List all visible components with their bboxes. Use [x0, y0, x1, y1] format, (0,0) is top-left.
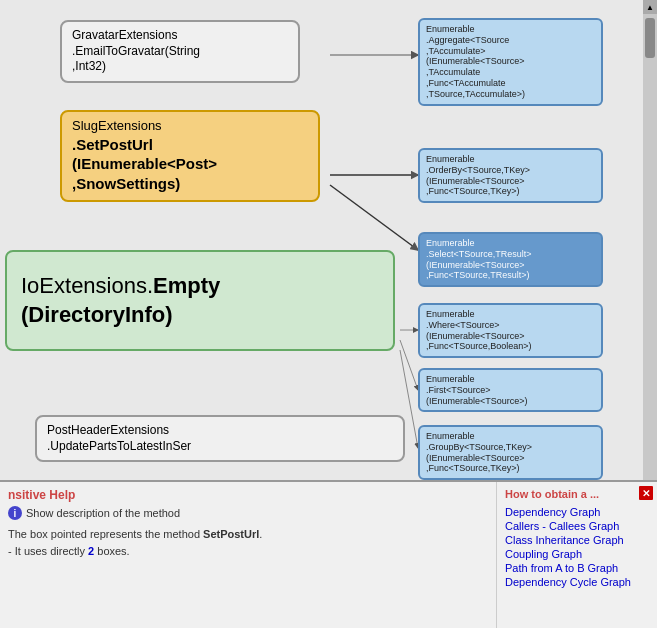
right-node-r3[interactable]: Enumerable .Select<TSource,TResult> (IEn…	[418, 232, 603, 287]
right-node-r4[interactable]: Enumerable .Where<TSource> (IEnumerable<…	[418, 303, 603, 358]
how-to-obtain-title: How to obtain a ...	[505, 488, 649, 500]
help-title: nsitive Help	[8, 488, 488, 502]
boxes-text: boxes.	[94, 545, 129, 557]
slug-line1: SlugExtensions	[72, 118, 162, 133]
help-info-row: i Show description of the method	[8, 506, 488, 520]
right-node-r6[interactable]: Enumerable .GroupBy<TSource,TKey> (IEnum…	[418, 425, 603, 480]
post-line2: .UpdatePartsToLatestInSer	[47, 439, 191, 453]
link-callers-callees[interactable]: Callers - Callees Graph	[505, 520, 649, 532]
post-node[interactable]: PostHeaderExtensions .UpdatePartsToLates…	[35, 415, 405, 462]
scroll-up[interactable]: ▲	[643, 0, 657, 14]
gravatar-line3: ,Int32)	[72, 59, 106, 73]
link-class-inheritance[interactable]: Class Inheritance Graph	[505, 534, 649, 546]
link-dependency-graph[interactable]: Dependency Graph	[505, 506, 649, 518]
body-text1: The box pointed represents the method	[8, 528, 203, 540]
info-icon: i	[8, 506, 22, 520]
svg-line-4	[400, 340, 418, 390]
io-line3: (DirectoryInfo)	[21, 302, 173, 327]
close-button[interactable]: ✕	[639, 486, 653, 500]
info-label: Show description of the method	[26, 507, 180, 519]
slug-line3: (IEnumerable<Post>	[72, 155, 217, 172]
gravatar-line2: .EmailToGravatar(String	[72, 44, 200, 58]
slug-node[interactable]: SlugExtensions .SetPostUrl (IEnumerable<…	[60, 110, 320, 202]
graph-area: GravatarExtensions .EmailToGravatar(Stri…	[0, 0, 657, 480]
right-node-r5[interactable]: Enumerable .First<TSource> (IEnumerable<…	[418, 368, 603, 412]
right-node-r2[interactable]: Enumerable .OrderBy<TSource,TKey> (IEnum…	[418, 148, 603, 203]
method-name: SetPostUrl	[203, 528, 259, 540]
io-node[interactable]: IoExtensions.Empty (DirectoryInfo)	[5, 250, 395, 351]
bottom-panel: nsitive Help i Show description of the m…	[0, 480, 657, 628]
scroll-thumb[interactable]	[645, 18, 655, 58]
link-coupling[interactable]: Coupling Graph	[505, 548, 649, 560]
gravatar-node[interactable]: GravatarExtensions .EmailToGravatar(Stri…	[60, 20, 300, 83]
right-panel: ✕ How to obtain a ... Dependency Graph C…	[497, 482, 657, 628]
link-dependency-cycle[interactable]: Dependency Cycle Graph	[505, 576, 649, 588]
slug-line2: .SetPostUrl	[72, 136, 153, 153]
help-section: nsitive Help i Show description of the m…	[0, 482, 497, 628]
gravatar-line1: GravatarExtensions	[72, 28, 177, 42]
help-body: The box pointed represents the method Se…	[8, 526, 488, 559]
scrollbar[interactable]: ▲	[643, 0, 657, 480]
link-path-a-b[interactable]: Path from A to B Graph	[505, 562, 649, 574]
right-node-r1[interactable]: Enumerable .Aggregate<TSource ,TAccumula…	[418, 18, 603, 106]
svg-line-2	[330, 185, 418, 250]
io-line1: IoExtensions.	[21, 273, 153, 298]
slug-line4: ,SnowSettings)	[72, 175, 180, 192]
post-line1: PostHeaderExtensions	[47, 423, 169, 437]
uses-text: - It uses directly	[8, 545, 88, 557]
